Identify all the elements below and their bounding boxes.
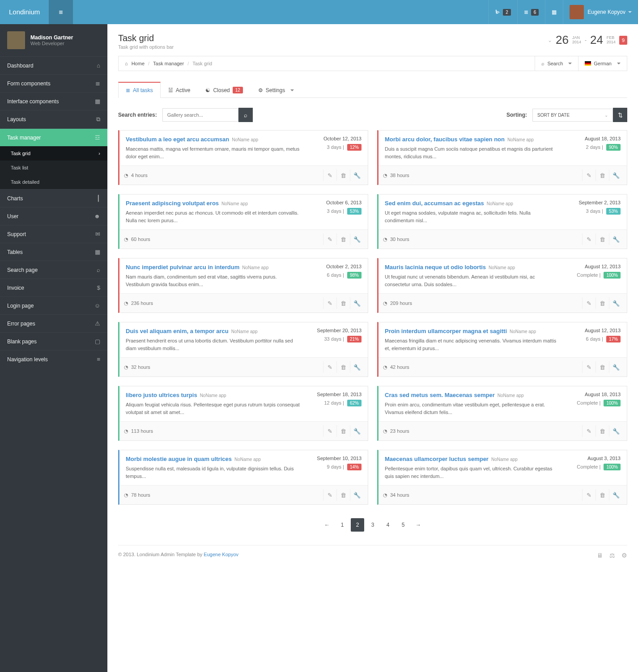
nav-user-menu[interactable]: Eugene Kopyov bbox=[563, 0, 638, 24]
tab-settings[interactable]: ⚙ Settings bbox=[251, 82, 302, 98]
footer-author-link[interactable]: Eugene Kopyov bbox=[204, 552, 238, 557]
nav-lists[interactable]: ≣ 6 bbox=[517, 0, 545, 24]
edit-button[interactable]: ✎ bbox=[323, 169, 336, 181]
page-next[interactable]: → bbox=[412, 518, 425, 532]
sidebar-item-navigation-levels[interactable]: Navigation levels≡ bbox=[0, 350, 107, 368]
wrench-icon: 🔧 bbox=[612, 236, 620, 243]
edit-button[interactable]: ✎ bbox=[582, 489, 595, 501]
crumb-home[interactable]: Home bbox=[132, 61, 145, 66]
sidebar-profile[interactable]: Madison Gartner Web Developer bbox=[0, 24, 107, 56]
sidebar-item-dashboard[interactable]: Dashboard⌂ bbox=[0, 56, 107, 74]
settings-button[interactable]: 🔧 bbox=[350, 233, 363, 245]
gear-icon[interactable]: ⚙ bbox=[621, 552, 627, 559]
task-title-link[interactable]: Mauris lacinia neque ut odio lobortis bbox=[385, 264, 486, 270]
task-title-link[interactable]: Vestibulum a leo eget arcu accumsan bbox=[126, 136, 229, 143]
edit-button[interactable]: ✎ bbox=[582, 361, 595, 373]
page-5[interactable]: 5 bbox=[396, 518, 410, 532]
sort-select[interactable]: SORT BY DATE ⌄ bbox=[532, 109, 613, 122]
sidebar-item-layouts[interactable]: Layouts⧉ bbox=[0, 110, 107, 128]
edit-button[interactable]: ✎ bbox=[582, 233, 595, 245]
edit-button[interactable]: ✎ bbox=[323, 489, 336, 501]
page-4[interactable]: 4 bbox=[381, 518, 395, 532]
sidebar-subitem-task-detailed[interactable]: Task detailed bbox=[0, 175, 107, 189]
task-title-link[interactable]: Maecenas ullamcorper luctus semper bbox=[385, 456, 489, 462]
task-title-link[interactable]: Morbi molestie augue in quam ultrices bbox=[126, 456, 232, 462]
delete-button[interactable]: 🗑 bbox=[595, 489, 609, 501]
tab-all-tasks[interactable]: ≣ All tasks bbox=[118, 82, 161, 98]
page-prev[interactable]: ← bbox=[320, 518, 334, 532]
nav-people[interactable]: ⛷ 2 bbox=[488, 0, 517, 24]
delete-button[interactable]: 🗑 bbox=[336, 425, 350, 437]
sidebar-subitem-task-list[interactable]: Task list bbox=[0, 161, 107, 175]
task-title-link[interactable]: Cras sed metus sem. Maecenas semper bbox=[385, 392, 495, 398]
tab-closed[interactable]: ☯ Closed 12 bbox=[198, 82, 250, 98]
settings-button[interactable]: 🔧 bbox=[350, 361, 363, 373]
sidebar-item-user[interactable]: User☻ bbox=[0, 207, 107, 225]
sidebar-item-search-page[interactable]: Search page⌕ bbox=[0, 261, 107, 279]
edit-button[interactable]: ✎ bbox=[582, 297, 595, 309]
sort-direction-button[interactable]: ⇅ bbox=[613, 108, 627, 122]
settings-button[interactable]: 🔧 bbox=[350, 297, 363, 309]
sidebar-item-task-manager[interactable]: Task manager☲ bbox=[0, 128, 107, 146]
page-1[interactable]: 1 bbox=[336, 518, 349, 532]
delete-button[interactable]: 🗑 bbox=[336, 233, 350, 245]
task-title-link[interactable]: Duis vel aliquam enim, a tempor arcu bbox=[126, 328, 229, 334]
page-2[interactable]: 2 bbox=[351, 518, 364, 532]
settings-button[interactable]: 🔧 bbox=[350, 169, 363, 181]
delete-button[interactable]: 🗑 bbox=[336, 169, 350, 181]
brand[interactable]: Londinium bbox=[0, 0, 49, 24]
settings-button[interactable]: 🔧 bbox=[609, 489, 622, 501]
breadcrumb-language[interactable]: German bbox=[578, 56, 627, 71]
crumb-task-manager[interactable]: Task manager bbox=[153, 61, 184, 66]
sidebar-item-charts[interactable]: Charts┃ bbox=[0, 189, 107, 207]
task-hours: ◔38 hours bbox=[383, 173, 409, 178]
sidebar-subitem-task-grid[interactable]: Task grid› bbox=[0, 146, 107, 161]
search-button[interactable]: ⌕ bbox=[238, 108, 253, 122]
edit-button[interactable]: ✎ bbox=[582, 169, 595, 181]
edit-button[interactable]: ✎ bbox=[582, 425, 595, 437]
sidebar-item-error-pages[interactable]: Error pages⚠ bbox=[0, 314, 107, 332]
sidebar-item-form-components[interactable]: Form components≣ bbox=[0, 74, 107, 92]
delete-button[interactable]: 🗑 bbox=[595, 425, 609, 437]
task-title-link[interactable]: libero justo ultrices turpis bbox=[126, 392, 197, 398]
delete-button[interactable]: 🗑 bbox=[336, 297, 350, 309]
settings-button[interactable]: 🔧 bbox=[350, 489, 363, 501]
search-input[interactable] bbox=[162, 108, 238, 122]
settings-button[interactable]: 🔧 bbox=[609, 425, 622, 437]
task-title-link[interactable]: Sed enim dui, accumsan ac egestas bbox=[385, 200, 484, 207]
task-title-link[interactable]: Morbi arcu dolor, faucibus vitae sapien … bbox=[385, 136, 505, 143]
sidebar-toggle[interactable]: ≣ bbox=[49, 0, 73, 24]
task-title-link[interactable]: Praesent adipiscing volutpat eros bbox=[126, 200, 219, 207]
settings-button[interactable]: 🔧 bbox=[609, 169, 622, 181]
edit-button[interactable]: ✎ bbox=[323, 425, 336, 437]
pencil-icon: ✎ bbox=[587, 492, 591, 499]
sidebar-item-invoice[interactable]: Invoice$ bbox=[0, 279, 107, 296]
delete-button[interactable]: 🗑 bbox=[336, 489, 350, 501]
date-range[interactable]: ⌄ 26 Jan2014 - 24 Feb2014 9 bbox=[548, 33, 627, 47]
task-title-link[interactable]: Proin interdum ullamcorper magna et sagi… bbox=[385, 328, 507, 334]
delete-button[interactable]: 🗑 bbox=[595, 233, 609, 245]
edit-button[interactable]: ✎ bbox=[323, 297, 336, 309]
monitor-icon[interactable]: 🖥 bbox=[597, 552, 603, 559]
settings-button[interactable]: 🔧 bbox=[609, 233, 622, 245]
delete-button[interactable]: 🗑 bbox=[595, 361, 609, 373]
settings-button[interactable]: 🔧 bbox=[609, 361, 622, 373]
sidebar-item-support[interactable]: Support✉ bbox=[0, 225, 107, 243]
scales-icon[interactable]: ⚖ bbox=[609, 552, 615, 559]
edit-button[interactable]: ✎ bbox=[323, 233, 336, 245]
edit-button[interactable]: ✎ bbox=[323, 361, 336, 373]
delete-button[interactable]: 🗑 bbox=[595, 169, 609, 181]
task-title-link[interactable]: Nunc imperdiet pulvinar arcu in interdum bbox=[126, 264, 239, 270]
sidebar-item-tables[interactable]: Tables▦ bbox=[0, 243, 107, 261]
settings-button[interactable]: 🔧 bbox=[609, 297, 622, 309]
tab-active[interactable]: ☱ Active bbox=[161, 82, 198, 98]
page-3[interactable]: 3 bbox=[366, 518, 379, 532]
delete-button[interactable]: 🗑 bbox=[336, 361, 350, 373]
breadcrumb-search[interactable]: ⌕ Search bbox=[535, 56, 578, 71]
sidebar-item-interface-components[interactable]: Interface components▦ bbox=[0, 92, 107, 110]
sidebar-item-blank-pages[interactable]: Blank pages▢ bbox=[0, 332, 107, 350]
sidebar-item-login-page[interactable]: Login page☺ bbox=[0, 296, 107, 314]
nav-apps[interactable]: ▦ bbox=[545, 0, 563, 24]
delete-button[interactable]: 🗑 bbox=[595, 297, 609, 309]
settings-button[interactable]: 🔧 bbox=[350, 425, 363, 437]
